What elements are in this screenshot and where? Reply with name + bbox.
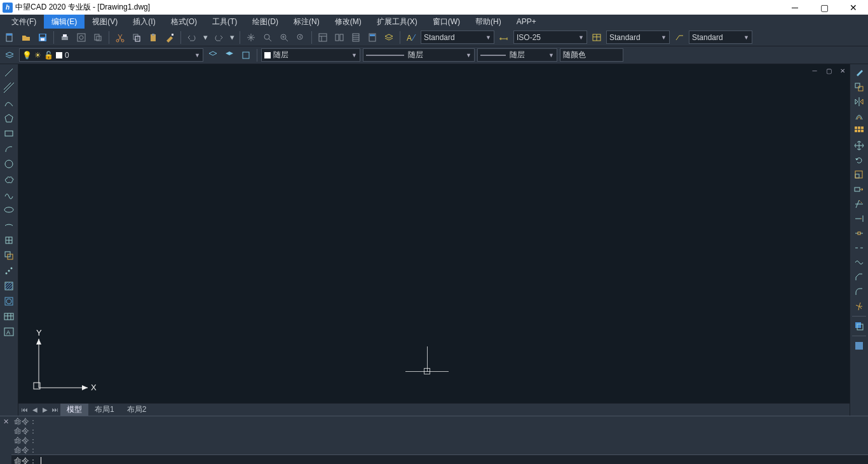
rotate-icon[interactable] [851, 153, 867, 167]
move-icon[interactable] [851, 139, 867, 153]
redo-dropdown-icon[interactable]: ▾ [228, 31, 236, 44]
plotstyle-dropdown[interactable]: 随颜色 [560, 48, 623, 62]
print-icon[interactable] [58, 31, 72, 44]
undo-dropdown-icon[interactable]: ▾ [201, 31, 209, 44]
scale-icon[interactable] [851, 168, 867, 182]
select-similar-icon[interactable] [851, 339, 867, 353]
polyline-icon[interactable] [1, 96, 17, 110]
cut-icon[interactable] [113, 31, 127, 44]
menu-edit[interactable]: 编辑(E) [44, 15, 85, 29]
polygon-icon[interactable] [1, 111, 17, 125]
lineweight-dropdown[interactable]: 随层▼ [477, 48, 557, 62]
menu-draw[interactable]: 绘图(D) [245, 15, 286, 29]
open-file-icon[interactable] [19, 31, 33, 44]
layer-previous-icon[interactable] [206, 48, 220, 62]
offset-icon[interactable] [851, 109, 867, 123]
menu-view[interactable]: 视图(V) [85, 15, 125, 29]
command-input-row[interactable]: 命令： [11, 454, 868, 464]
menu-modify[interactable]: 修改(M) [327, 15, 369, 29]
textstyle-icon[interactable]: A [404, 31, 418, 44]
extend-icon[interactable] [851, 212, 867, 226]
copy-icon[interactable] [130, 31, 144, 44]
undo-icon[interactable] [185, 31, 199, 44]
canvas-maximize-button[interactable]: ▢ [823, 65, 834, 76]
fillet-icon[interactable] [851, 285, 867, 299]
break-point-icon[interactable] [851, 226, 867, 240]
color-dropdown[interactable]: 随层▼ [261, 48, 360, 62]
menu-tools[interactable]: 工具(T) [205, 15, 245, 29]
calculator-icon[interactable] [365, 31, 379, 44]
linetype-dropdown[interactable]: 随层▼ [363, 48, 475, 62]
point-icon[interactable] [1, 264, 17, 278]
textstyle-dropdown[interactable]: Standard▼ [421, 31, 494, 44]
insert-block-icon[interactable] [1, 233, 17, 247]
zoom-window-icon[interactable] [277, 31, 291, 44]
zoom-realtime-icon[interactable] [261, 31, 275, 44]
circle-icon[interactable] [1, 157, 17, 171]
paste-icon[interactable] [146, 31, 160, 44]
tool-palette-icon[interactable] [349, 31, 363, 44]
trim-icon[interactable] [851, 197, 867, 211]
spline-icon[interactable] [1, 188, 17, 201]
tab-last-button[interactable]: ⏭ [50, 405, 60, 415]
region-icon[interactable] [1, 294, 17, 308]
join-icon[interactable] [851, 256, 867, 270]
tab-layout2[interactable]: 布局2 [121, 404, 153, 416]
dimstyle-icon[interactable] [497, 31, 511, 44]
menu-file[interactable]: 文件(F) [4, 15, 44, 29]
mtext-icon[interactable]: A [1, 325, 17, 339]
menu-dimension[interactable]: 标注(N) [286, 15, 327, 29]
layer-isolate-icon[interactable] [222, 48, 236, 62]
layer-state-icon[interactable] [239, 48, 253, 62]
pan-icon[interactable] [244, 31, 258, 44]
tablestyle-icon[interactable] [590, 31, 604, 44]
mleaderstyle-dropdown[interactable]: Standard▼ [689, 31, 752, 44]
match-properties-icon[interactable] [163, 31, 177, 44]
line-icon[interactable] [1, 65, 17, 79]
window-minimize-button[interactable]: ─ [780, 0, 810, 15]
arc-icon[interactable] [1, 142, 17, 156]
ellipse-icon[interactable] [1, 203, 17, 217]
layer-properties-icon[interactable] [3, 48, 17, 62]
menu-window[interactable]: 窗口(W) [425, 15, 468, 29]
tab-first-button[interactable]: ⏮ [20, 405, 30, 415]
menu-help[interactable]: 帮助(H) [468, 15, 509, 29]
redo-icon[interactable] [212, 31, 226, 44]
canvas-close-button[interactable]: ✕ [837, 65, 848, 76]
ellipse-arc-icon[interactable] [1, 218, 17, 232]
menu-appplus[interactable]: APP+ [509, 15, 544, 29]
command-history[interactable]: 命令： 命令： 命令： 命令： [11, 416, 868, 454]
cmd-close-button[interactable]: ✕ [0, 416, 11, 464]
publish-icon[interactable] [91, 31, 105, 44]
properties-icon[interactable] [316, 31, 330, 44]
design-center-icon[interactable] [332, 31, 346, 44]
tablestyle-dropdown[interactable]: Standard▼ [606, 31, 670, 44]
make-block-icon[interactable] [1, 249, 17, 263]
array-icon[interactable] [851, 124, 867, 138]
drawing-canvas[interactable]: ─ ▢ ✕ X Y ⏮ ◀ ▶ ⏭ 模型 布局1 布局2 [18, 64, 850, 416]
canvas-minimize-button[interactable]: ─ [809, 65, 820, 76]
print-preview-icon[interactable] [74, 31, 88, 44]
copy-object-icon[interactable] [851, 80, 867, 94]
erase-icon[interactable] [851, 65, 867, 79]
zoom-previous-icon[interactable] [294, 31, 308, 44]
tab-model[interactable]: 模型 [60, 404, 88, 416]
draworder-icon[interactable] [851, 319, 867, 333]
save-icon[interactable] [36, 31, 50, 44]
revcloud-icon[interactable] [1, 172, 17, 186]
layer-manager-icon[interactable] [382, 31, 396, 44]
xline-icon[interactable] [1, 81, 17, 95]
new-file-icon[interactable] [3, 31, 17, 44]
menu-format[interactable]: 格式(O) [163, 15, 205, 29]
menu-insert[interactable]: 插入(I) [125, 15, 163, 29]
rectangle-icon[interactable] [1, 126, 17, 140]
hatch-icon[interactable] [1, 279, 17, 293]
tab-prev-button[interactable]: ◀ [30, 405, 40, 415]
mirror-icon[interactable] [851, 95, 867, 109]
chamfer-icon[interactable] [851, 270, 867, 284]
tab-next-button[interactable]: ▶ [40, 405, 50, 415]
stretch-icon[interactable] [851, 182, 867, 196]
layer-dropdown[interactable]: 💡 ☀ 🔓 0 ▼ [19, 48, 203, 62]
mleaderstyle-icon[interactable] [672, 31, 686, 44]
tab-layout1[interactable]: 布局1 [88, 404, 121, 416]
